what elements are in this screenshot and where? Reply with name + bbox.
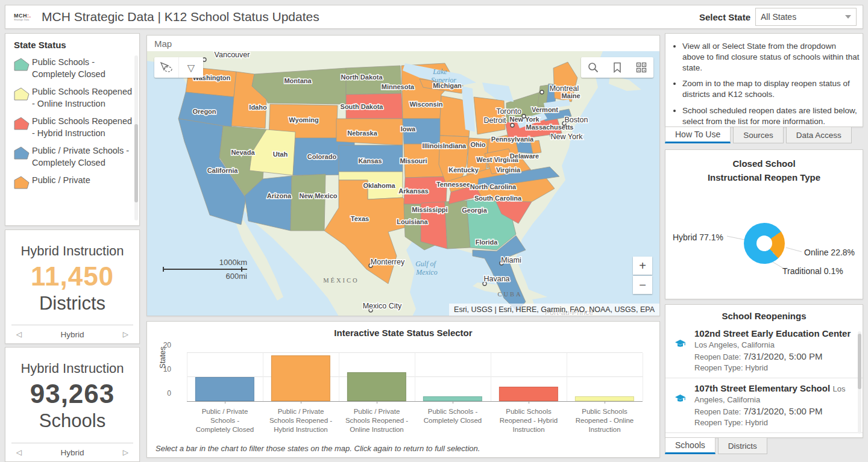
city-label: Boston [565, 116, 588, 124]
school-list-item[interactable]: 109th Street Elementary School Los Angel… [665, 433, 863, 438]
tab-data-access[interactable]: Data Access [786, 127, 852, 143]
chart-plot-area: 01020 [187, 353, 643, 402]
bar-category-label: Public / Private Schools Reopened - Onli… [339, 407, 415, 434]
state-michigan[interactable] [474, 97, 505, 134]
districts-indicator-panel: Hybrid Instruction 11,450 Districts ◁ Hy… [5, 229, 140, 344]
bar-5[interactable] [499, 387, 558, 401]
lasso-select-icon[interactable] [154, 57, 178, 78]
reopen-type: Reopen Type: Hybrid [694, 363, 854, 372]
chart-category-labels: Public / Private Schools - Completely Cl… [187, 407, 643, 434]
map-canvas[interactable]: WashingtonOregonCaliforniaIdahoNevadaMon… [147, 51, 659, 316]
donut-chart-title: Closed School Instructional Reopen Type [665, 157, 863, 184]
gulf-of-mexico-label: Mexico [415, 268, 437, 276]
city-label: New York [551, 133, 583, 141]
y-axis-tick-label: 10 [163, 365, 171, 373]
tab-how-to-use[interactable]: How To Use [665, 127, 731, 143]
graduation-cap-icon [675, 394, 686, 406]
school-list-item[interactable]: 102nd Street Early Education Center Los … [665, 323, 863, 378]
reopen-date-label: Reopen Date: [694, 408, 741, 416]
legend-item: Public Schools Reopened - Hybrid Instruc… [14, 115, 136, 139]
tab-districts[interactable]: Districts [718, 438, 767, 454]
how-to-use-panel: View all or Select State from the dropdo… [665, 33, 863, 127]
legend-swatch-icon [14, 115, 32, 139]
chevron-right-icon[interactable]: ▷ [123, 448, 128, 457]
zoom-out-button[interactable]: − [633, 276, 652, 294]
state-kansas[interactable] [339, 145, 403, 172]
state-nebraska[interactable] [336, 119, 403, 145]
state-maryland[interactable] [516, 142, 533, 154]
map-scalebar: 1000km 600mi [163, 258, 247, 281]
chevron-down-icon[interactable]: ▽ [178, 57, 203, 78]
search-icon[interactable] [581, 57, 605, 78]
scale-mi-label: 600mi [163, 272, 247, 281]
bar-6[interactable] [575, 396, 634, 401]
bar-3[interactable] [347, 372, 406, 401]
state-new-mexico[interactable] [291, 174, 326, 231]
map-panel: Map [146, 35, 660, 316]
bar-category-label: Public / Private Schools - Completely Cl… [187, 407, 263, 434]
zoom-in-button[interactable]: + [633, 257, 652, 275]
legend-item: Public Schools Reopened - Online Instruc… [14, 86, 136, 110]
legend-title: State Status [14, 40, 136, 50]
state-arkansas[interactable] [404, 176, 447, 204]
reopenings-scrollbar-thumb[interactable] [858, 334, 861, 389]
legend-swatch-icon [14, 86, 32, 110]
bar-2[interactable] [271, 355, 330, 401]
bar-4[interactable] [423, 396, 482, 401]
chevron-down-icon [845, 15, 851, 19]
graduation-cap-icon [675, 339, 686, 351]
howto-bullet: School scheduled reopen dates are listed… [682, 105, 860, 127]
legend-swatch-icon [14, 145, 32, 169]
city-label: Toronto [496, 107, 521, 116]
school-reopenings-panel: School Reopenings 102nd Street Early Edu… [665, 304, 863, 438]
tab-sources[interactable]: Sources [733, 127, 784, 143]
state-south-dakota[interactable] [346, 93, 403, 119]
state-status-chart-panel: Interactive State Status Selector States… [146, 321, 660, 458]
indicator-footer: ◁ Hybrid ▷ [11, 443, 133, 461]
legend-swatch-icon [14, 174, 32, 192]
bookmark-icon[interactable] [605, 57, 629, 78]
map-panel-title: Map [147, 36, 659, 49]
donut-chart[interactable] [744, 223, 785, 264]
state-mississippi[interactable] [421, 202, 447, 249]
bar-1[interactable] [195, 377, 254, 401]
reopen-date-value: 7/31/2020, 5:00 PM [744, 351, 823, 361]
state-north-dakota[interactable] [346, 66, 401, 95]
mch-logo-icon: MCH:. Strategic Data [14, 13, 34, 21]
state-status-legend-panel: State Status Public Schools - Completely… [5, 33, 140, 226]
indicator-value: 11,450 [5, 261, 139, 292]
chevron-right-icon[interactable]: ▷ [123, 330, 128, 339]
chevron-left-icon[interactable]: ◁ [16, 330, 22, 339]
state-select-dropdown[interactable]: All States [755, 8, 857, 26]
donut-label-hybrid: Hybrid 77.1% [673, 233, 723, 242]
bar-category-label: Public / Private Schools Reopened - Hybr… [263, 407, 339, 434]
school-list-item[interactable]: 107th Street Elementary School Los Angel… [665, 378, 863, 433]
howto-bullet: Zoom in to the map to display reopen sta… [682, 78, 860, 100]
cuba-label: CUBA [497, 291, 522, 298]
map-attribution: Esri, USGS | Esri, HERE, Garmin, FAO, NO… [449, 304, 659, 316]
state-montana[interactable] [252, 68, 346, 104]
schools-indicator-panel: Hybrid Instruction 93,263 Schools ◁ Hybr… [5, 347, 140, 462]
legend-scrollbar-thumb[interactable] [134, 124, 138, 202]
howto-tabs: How To Use Sources Data Access [665, 127, 854, 143]
page-title: MCH Strategic Data | K12 School Status U… [42, 10, 319, 24]
reopenings-tabs: Schools Districts [665, 438, 770, 454]
chart-title: Interactive State Status Selector [147, 328, 659, 338]
reopen-date-label: Reopen Date: [694, 353, 741, 361]
howto-bullet-list: View all or Select State from the dropdo… [682, 41, 860, 127]
legend-item: Public / Private Schools - Completely Cl… [14, 145, 136, 169]
y-axis-tick-label: 20 [163, 341, 171, 349]
gulf-of-mexico-label: Gulf of [415, 260, 436, 268]
chevron-left-icon[interactable]: ◁ [16, 448, 22, 457]
reopen-date-value: 7/31/2020, 5:00 PM [744, 406, 823, 416]
basemap-icon[interactable] [629, 57, 653, 78]
indicator-title: Hybrid Instruction [5, 361, 139, 376]
tab-schools[interactable]: Schools [665, 438, 715, 454]
legend-item-label: Public / Private Schools - Completely Cl… [32, 145, 136, 169]
indicator-footer: ◁ Hybrid ▷ [11, 325, 133, 343]
state-alabama[interactable] [445, 201, 470, 249]
legend-item-label: Public Schools Reopened - Online Instruc… [32, 86, 136, 110]
donut-label-traditional: Traditional 0.1% [782, 266, 843, 276]
app-header: MCH:. Strategic Data MCH Strategic Data … [5, 5, 863, 29]
state-iowa[interactable] [403, 119, 445, 144]
